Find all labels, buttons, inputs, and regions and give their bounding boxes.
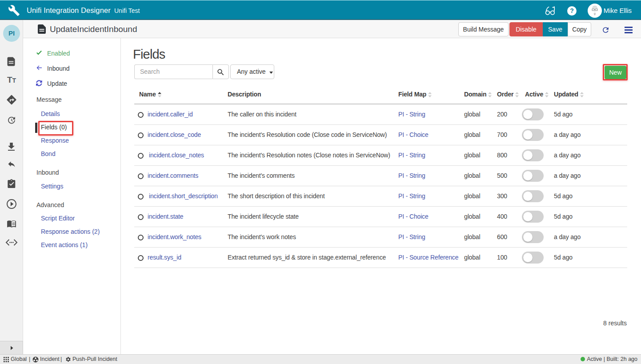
svg-text:?: ?: [570, 7, 574, 14]
